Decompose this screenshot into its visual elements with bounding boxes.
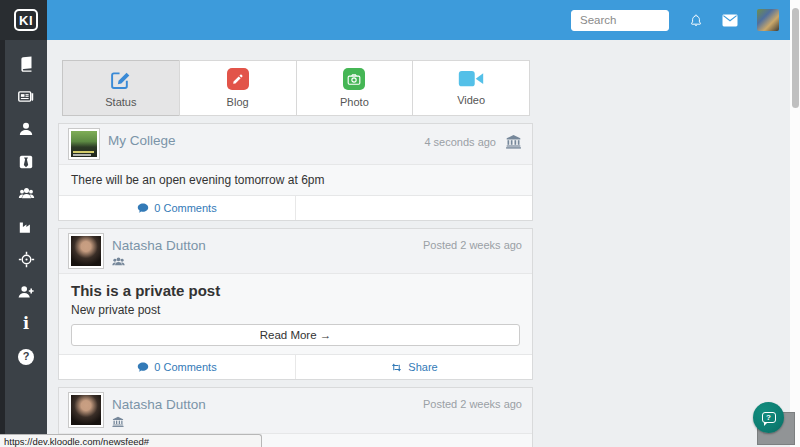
industry-icon bbox=[18, 219, 34, 235]
bell-icon bbox=[689, 13, 703, 28]
pencil-icon bbox=[227, 68, 249, 90]
sidebar-item-discover[interactable] bbox=[5, 243, 47, 276]
university-icon[interactable] bbox=[505, 134, 522, 150]
comments-link[interactable]: 0 Comments bbox=[137, 361, 216, 373]
post-footer: 0 Comments Share bbox=[59, 355, 532, 379]
post-timestamp: Posted 2 weeks ago bbox=[423, 239, 522, 251]
users-icon bbox=[112, 257, 125, 268]
topbar bbox=[47, 0, 790, 40]
post-author-avatar[interactable] bbox=[69, 129, 99, 159]
tie-icon bbox=[18, 154, 34, 170]
read-more-button[interactable]: Read More → bbox=[71, 324, 520, 346]
post-text: There will be an open evening tomorrow a… bbox=[71, 173, 520, 187]
post-body: This is a private post New private post … bbox=[59, 274, 532, 355]
scrollbar-thumb[interactable] bbox=[792, 8, 799, 108]
tab-blog[interactable]: Blog bbox=[179, 60, 297, 116]
post-timestamp: 4 seconds ago bbox=[424, 136, 496, 148]
post-author-name[interactable]: Natasha Dutton bbox=[112, 397, 206, 412]
newsfeed: Status Blog Photo Video bbox=[58, 60, 533, 447]
comments-link[interactable]: 0 Comments bbox=[137, 202, 216, 214]
share-cell-empty bbox=[295, 196, 532, 220]
envelope-icon bbox=[722, 14, 738, 27]
comment-icon bbox=[137, 203, 149, 214]
sidebar-item-profile[interactable] bbox=[5, 113, 47, 146]
post-body: There will be an open evening tomorrow a… bbox=[59, 165, 532, 196]
post-author-name[interactable]: My College bbox=[108, 133, 176, 148]
post-card: My College 4 seconds ago There will be a… bbox=[58, 123, 533, 221]
content-area: Status Blog Photo Video bbox=[47, 40, 790, 447]
tab-label: Photo bbox=[340, 96, 369, 108]
post-author-avatar[interactable] bbox=[69, 234, 103, 268]
status-url-text: https://dev.kloodle.com/newsfeed# bbox=[4, 436, 149, 447]
post-author-name[interactable]: Natasha Dutton bbox=[112, 238, 206, 253]
university-icon bbox=[112, 416, 124, 428]
composer-tabs: Status Blog Photo Video bbox=[62, 60, 530, 116]
post-timestamp: Posted 2 weeks ago bbox=[423, 398, 522, 410]
tab-label: Blog bbox=[227, 96, 249, 108]
post-footer: 0 Comments bbox=[59, 196, 532, 220]
search-input[interactable] bbox=[571, 10, 669, 31]
share-link[interactable]: Share bbox=[390, 361, 437, 373]
newspaper-icon bbox=[17, 88, 35, 105]
video-camera-icon bbox=[458, 70, 484, 88]
tab-status[interactable]: Status bbox=[62, 60, 180, 116]
book-icon bbox=[18, 56, 35, 73]
sidebar-item-help[interactable]: ? bbox=[5, 341, 47, 374]
users-icon bbox=[17, 186, 36, 202]
sidebar-edge bbox=[0, 0, 5, 447]
tab-label: Status bbox=[105, 96, 136, 108]
post-author-avatar[interactable] bbox=[69, 393, 103, 427]
user-avatar[interactable] bbox=[757, 9, 779, 31]
sidebar-item-organisations[interactable] bbox=[5, 211, 47, 244]
camera-icon bbox=[343, 68, 365, 90]
scrollbar[interactable] bbox=[790, 0, 800, 447]
chat-bubble-icon: ? bbox=[762, 412, 776, 423]
logo-text: KI bbox=[14, 9, 38, 31]
kloodle-logo[interactable]: KI bbox=[0, 0, 47, 40]
crosshairs-icon bbox=[18, 251, 35, 268]
messages-button[interactable] bbox=[722, 14, 738, 27]
sidebar-item-careers[interactable] bbox=[5, 146, 47, 179]
help-chat-button[interactable]: ? bbox=[753, 402, 784, 433]
post-header: My College 4 seconds ago bbox=[59, 124, 532, 165]
post-title: This is a private post bbox=[71, 282, 520, 299]
status-bar-url: https://dev.kloodle.com/newsfeed# bbox=[0, 434, 262, 447]
post-card: Natasha Dutton Posted 2 weeks ago This i… bbox=[58, 228, 533, 380]
post-text: New private post bbox=[71, 303, 520, 317]
sidebar-item-newsfeed[interactable] bbox=[5, 81, 47, 114]
question-circle-icon: ? bbox=[18, 349, 34, 365]
user-plus-icon bbox=[17, 284, 35, 300]
sidebar-item-groups[interactable] bbox=[5, 178, 47, 211]
sidebar: KI i ? bbox=[0, 0, 47, 447]
post-header: Natasha Dutton Posted 2 weeks ago bbox=[59, 388, 532, 434]
post-header: Natasha Dutton Posted 2 weeks ago bbox=[59, 229, 532, 274]
tab-label: Video bbox=[457, 94, 485, 106]
info-icon: i bbox=[23, 316, 29, 332]
retweet-icon bbox=[390, 362, 403, 373]
notifications-button[interactable] bbox=[689, 13, 703, 28]
edit-icon bbox=[109, 68, 132, 90]
sidebar-item-book[interactable] bbox=[5, 48, 47, 81]
tab-photo[interactable]: Photo bbox=[296, 60, 414, 116]
sidebar-item-info[interactable]: i bbox=[5, 308, 47, 341]
sidebar-nav: i ? bbox=[0, 40, 47, 373]
user-icon bbox=[18, 121, 34, 137]
tab-video[interactable]: Video bbox=[412, 60, 530, 116]
comment-icon bbox=[137, 362, 149, 373]
sidebar-item-connections[interactable] bbox=[5, 276, 47, 309]
